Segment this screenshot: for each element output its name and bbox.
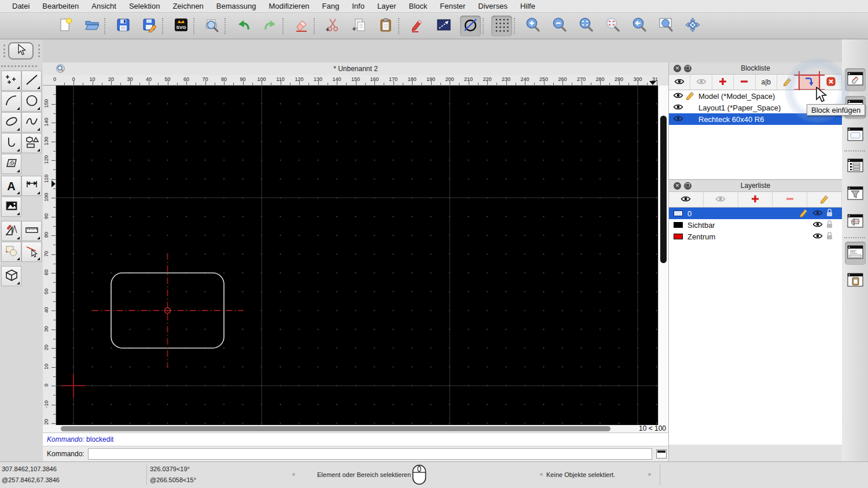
copy-button[interactable] (349, 16, 370, 36)
vertical-scrollbar[interactable] (658, 86, 668, 425)
layer-eye-icon[interactable] (812, 220, 826, 230)
block-row[interactable]: Model (*Model_Space) (669, 90, 842, 102)
toolbar-handle[interactable] (38, 45, 40, 57)
image-tool[interactable] (1, 197, 21, 217)
view-list-panel-button[interactable] (845, 210, 866, 234)
rename-block-button[interactable]: a|b (756, 75, 777, 90)
block-visibility-icon[interactable] (673, 91, 686, 101)
menu-hilfe[interactable]: Hilfe (514, 0, 542, 13)
insert-block-button[interactable] (799, 75, 820, 90)
show-all-blocks-button[interactable] (669, 75, 690, 90)
measure-tools[interactable] (21, 221, 42, 241)
zoom-in-button[interactable] (523, 16, 543, 36)
line-from-prompt-button[interactable] (433, 16, 454, 36)
layer-color-swatch[interactable] (674, 234, 683, 239)
layer-row[interactable]: 0 (669, 208, 842, 219)
line-tools[interactable] (21, 71, 42, 91)
selection-filter-panel-button[interactable] (845, 183, 866, 206)
zoom-selection-button[interactable] (602, 16, 623, 36)
undo-button[interactable] (233, 16, 254, 36)
construction-mode-button[interactable] (460, 16, 481, 36)
purge-block-button[interactable] (821, 75, 842, 90)
edit-layer-button[interactable] (807, 192, 842, 207)
layer-eye-icon[interactable] (812, 209, 826, 219)
menu-datei[interactable]: Datei (6, 0, 36, 13)
library-browser-panel-button[interactable] (845, 124, 866, 147)
text-tool[interactable]: A (1, 176, 21, 196)
command-options-button[interactable] (656, 449, 667, 459)
layer-lock-icon[interactable] (826, 220, 839, 230)
drawing-canvas[interactable] (56, 86, 658, 425)
print-preview-button[interactable] (202, 16, 223, 36)
block-visibility-icon[interactable] (673, 114, 686, 124)
menu-ansicht[interactable]: Ansicht (85, 0, 123, 13)
toolbar-handle[interactable] (3, 45, 5, 57)
remove-block-button[interactable] (734, 75, 755, 90)
modify-tools[interactable] (21, 242, 42, 262)
menu-fenster[interactable]: Fenster (433, 0, 472, 13)
menu-diverses[interactable]: Diverses (472, 0, 514, 13)
menu-modifizieren[interactable]: Modifizieren (263, 0, 316, 13)
auto-zoom-button[interactable] (576, 16, 597, 36)
menu-selektion[interactable]: Selektion (123, 0, 166, 13)
arc-tools[interactable] (1, 91, 21, 112)
solid-tools[interactable] (1, 266, 21, 286)
vertical-scrollbar-thumb[interactable] (660, 116, 667, 263)
center-crosshair-entity[interactable] (93, 253, 243, 368)
zoom-out-button[interactable] (549, 16, 570, 36)
previous-view-button[interactable] (629, 16, 650, 36)
layer-list-panel-button[interactable] (845, 155, 866, 178)
block-edit-icon[interactable] (686, 91, 698, 102)
pan-button[interactable] (682, 16, 703, 36)
save-as-button[interactable] (139, 16, 160, 36)
layer-color-swatch[interactable] (674, 222, 683, 228)
delete-button[interactable] (291, 16, 312, 36)
cut-button[interactable] (322, 16, 343, 36)
layer-lock-icon[interactable] (826, 208, 839, 219)
horizontal-scrollbar[interactable]: 10 < 100 (43, 425, 668, 432)
menu-zeichnen[interactable]: Zeichnen (166, 0, 209, 13)
paste-button[interactable] (376, 16, 396, 36)
open-file-button[interactable] (82, 16, 102, 36)
grid-toggle-button[interactable] (491, 16, 512, 36)
spline-tools[interactable] (21, 112, 42, 132)
palette-handle[interactable] (1, 65, 37, 67)
block-tools[interactable] (1, 242, 21, 262)
circle-tools[interactable] (21, 91, 42, 112)
misc-draw-tools[interactable] (1, 221, 21, 241)
ellipse-tools[interactable] (1, 112, 21, 132)
shape-tools[interactable] (21, 133, 42, 153)
zoom-window-button[interactable] (656, 16, 676, 36)
point-tools[interactable] (1, 71, 21, 91)
close-panel-icon[interactable]: ✕ (674, 65, 681, 72)
layer-color-swatch[interactable] (674, 210, 683, 216)
horizontal-scrollbar-thumb[interactable] (61, 426, 610, 431)
close-panel-icon[interactable]: ✕ (674, 182, 681, 190)
menu-block[interactable]: Block (402, 0, 433, 13)
block-visibility-icon[interactable] (673, 103, 686, 113)
selection-tool-button[interactable] (8, 42, 34, 60)
remove-layer-button[interactable] (773, 192, 807, 207)
hatch-tool[interactable] (1, 154, 21, 174)
command-input[interactable] (88, 448, 652, 460)
layer-row[interactable]: Sichtbar (669, 219, 842, 231)
dimension-tools[interactable] (21, 176, 42, 196)
hide-all-blocks-button[interactable] (690, 75, 712, 90)
menu-layer[interactable]: Layer (371, 0, 403, 13)
hide-all-layers-button[interactable] (704, 192, 738, 207)
save-button[interactable] (113, 16, 134, 36)
add-layer-button[interactable] (738, 192, 773, 207)
show-all-layers-button[interactable] (669, 192, 704, 207)
draw-tools-button[interactable] (407, 16, 428, 36)
menu-info[interactable]: Info (345, 0, 371, 13)
layer-pencil-icon[interactable] (799, 208, 812, 219)
layer-row[interactable]: Zentrum (669, 231, 842, 242)
edit-block-button[interactable] (777, 75, 799, 90)
polyline-tools[interactable] (1, 133, 21, 153)
menu-bemassung[interactable]: Bemassung (210, 0, 263, 13)
menu-bearbeiten[interactable]: Bearbeiten (36, 0, 85, 13)
layer-lock-icon[interactable] (826, 231, 839, 242)
layer-eye-icon[interactable] (812, 232, 826, 242)
new-file-button[interactable] (55, 16, 76, 36)
add-block-button[interactable] (712, 75, 734, 90)
